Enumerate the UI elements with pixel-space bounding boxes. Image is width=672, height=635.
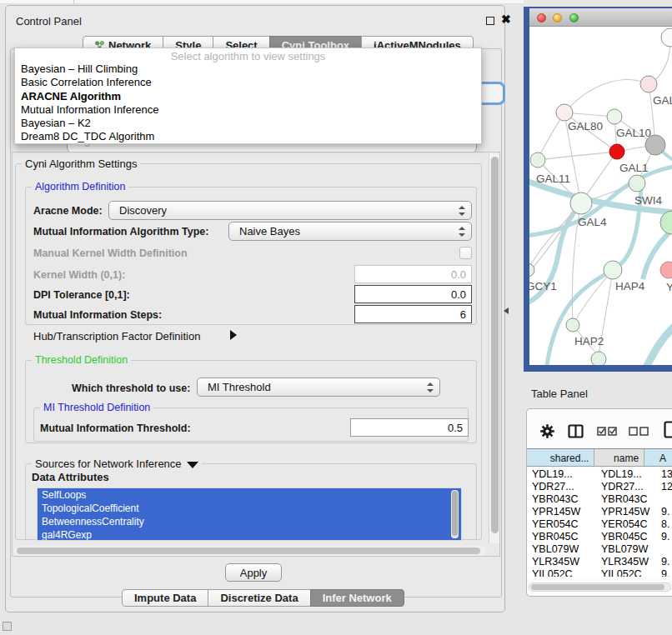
network-view-window[interactable]: GAL GAL80 GAL10 GAL1 GAL11 SWI4 GAL4 GCY… [524, 7, 672, 372]
table-cell: YBR043C [532, 493, 579, 505]
data-attribute-item[interactable]: SelfLoops [38, 488, 461, 502]
algorithm-option[interactable]: Bayesian – K2 [15, 117, 481, 130]
manual-kernel-width-checkbox[interactable] [459, 247, 472, 259]
algorithm-dropdown-list: Bayesian – Hill ClimbingBasic Correlatio… [15, 62, 481, 144]
cyni-algorithm-settings-label: Cyni Algorithm Settings [22, 158, 140, 170]
zoom-traffic-light-icon[interactable] [569, 13, 579, 22]
algorithm-option[interactable]: Dream8 DC_TDC Algorithm [15, 130, 481, 143]
node-label: GAL1 [619, 162, 649, 174]
node-gal4[interactable] [570, 192, 592, 214]
algorithm-option[interactable]: Mutual Information Inference [15, 103, 481, 117]
which-threshold-label: Which threshold to use: [72, 382, 190, 394]
node-label: GAL11 [536, 172, 570, 185]
algorithm-option[interactable]: ARACNE Algorithm [15, 90, 481, 103]
close-traffic-light-icon[interactable] [537, 13, 546, 22]
network-node-labels: GAL GAL80 GAL10 GAL1 GAL11 SWI4 GAL4 GCY… [529, 94, 672, 348]
algorithm-option[interactable]: Basic Correlation Inference [15, 76, 481, 89]
table-cell: 12 [661, 481, 672, 492]
table-row[interactable]: YIL052CYIL052C9. [527, 568, 672, 577]
table-row[interactable]: YLR345WYLR345W9. [527, 555, 672, 568]
table-row[interactable]: YBR045CYBR045C9. [527, 530, 672, 542]
manual-kernel-width-label: Manual Kernel Width Definition [33, 248, 188, 259]
tab-impute-data[interactable]: Impute Data [122, 589, 208, 607]
apply-button[interactable]: Apply [225, 563, 282, 582]
table-row[interactable]: YDR27...YDR27...12 [527, 480, 672, 492]
node-partial-bottom[interactable] [591, 352, 606, 367]
mi-steps-label: Mutual Information Steps: [33, 309, 162, 321]
table-cell: YLR345W [532, 556, 579, 568]
node-gal80[interactable] [556, 104, 573, 121]
data-attribute-item[interactable]: gal4RGexp [38, 528, 461, 541]
expand-right-icon[interactable] [230, 330, 237, 340]
node-gal11[interactable] [530, 152, 545, 168]
document-icon[interactable] [664, 421, 672, 438]
table-cell: YLR345W [601, 556, 649, 568]
stepper-arrows-icon [426, 382, 434, 393]
table-row[interactable]: YBL079WYBL079W [527, 542, 672, 555]
node-green-large[interactable] [660, 211, 672, 234]
settings-horizontal-scrollbar[interactable] [14, 546, 486, 556]
table-cell: YBR043C [601, 493, 648, 505]
column-header-shared-name[interactable]: shared... [527, 449, 594, 466]
which-threshold-combobox[interactable]: MI Threshold [197, 378, 440, 397]
data-attribute-item[interactable]: BetweennessCentrality [38, 515, 461, 528]
node-label: GCY1 [529, 280, 557, 292]
node-unlabeled[interactable] [661, 28, 672, 47]
algorithm-option[interactable]: Bayesian – Hill Climbing [15, 62, 481, 76]
mi-threshold-field[interactable]: 0.5 [350, 418, 469, 437]
node-label: HAP2 [574, 335, 604, 348]
table-cell: YIL052C [601, 568, 642, 577]
table-row[interactable]: YPR145WYPR145W9. [527, 505, 672, 518]
table-horizontal-scrollbar[interactable] [529, 582, 671, 592]
data-attribute-item[interactable]: TopologicalCoefficient [38, 502, 461, 515]
mi-steps-field[interactable]: 6 [354, 305, 472, 323]
collapse-down-icon[interactable] [187, 462, 198, 468]
node-hap2[interactable] [566, 318, 579, 332]
aracne-mode-value: Discovery [119, 204, 167, 217]
mi-algorithm-type-combobox[interactable]: Naive Bayes [228, 222, 472, 241]
node-salmon[interactable] [660, 262, 672, 278]
corner-grip-icon [3, 622, 12, 631]
data-attributes-list[interactable]: SelfLoopsTopologicalCoefficientBetweenne… [37, 488, 462, 541]
mi-algorithm-type-value: Naive Bayes [239, 225, 300, 238]
network-canvas[interactable]: GAL GAL80 GAL10 GAL1 GAL11 SWI4 GAL4 GCY… [529, 28, 672, 367]
gear-icon[interactable] [540, 424, 554, 438]
node-label: Y [666, 281, 672, 293]
checked-boxes-icon[interactable] [597, 427, 618, 436]
hub-definition-label: Hub/Transcription Factor Definition [33, 330, 200, 342]
column-header-partial[interactable]: A [644, 449, 672, 466]
node-gal1-red[interactable] [609, 144, 624, 159]
list-scrollbar[interactable] [451, 490, 459, 538]
tab-infer-network[interactable]: Infer Network [310, 589, 404, 607]
table-body: YDL19...YDL19...13YDR27...YDR27...12YBR0… [527, 468, 672, 577]
table-row[interactable]: YER054CYER054C8. [527, 518, 672, 530]
node-hap4[interactable] [604, 261, 622, 279]
close-window-icon[interactable]: ✖ [501, 12, 511, 26]
kernel-width-field[interactable]: 0.0 [354, 265, 472, 283]
node-gal[interactable] [640, 76, 657, 92]
unchecked-boxes-icon[interactable] [629, 427, 649, 436]
aracne-mode-combobox[interactable]: Discovery [108, 201, 472, 220]
columns-icon[interactable] [568, 424, 584, 438]
table-cell: YBR045C [601, 531, 648, 542]
node-gal10[interactable] [607, 109, 622, 124]
table-panel-title: Table Panel [531, 388, 588, 400]
node-swi4[interactable] [629, 175, 645, 192]
table-cell: 13 [661, 468, 672, 480]
dpi-tolerance-field[interactable]: 0.0 [354, 285, 472, 303]
float-window-icon[interactable] [486, 17, 494, 25]
table-cell: YER054C [601, 518, 648, 530]
table-cell: YDL19... [532, 468, 573, 480]
column-header-name[interactable]: name [594, 449, 644, 466]
minimize-traffic-light-icon[interactable] [553, 13, 562, 22]
desktop: Control Panel ✖ Network Style Select [0, 0, 672, 635]
settings-vertical-scrollbar[interactable] [489, 153, 499, 543]
table-row[interactable]: YDL19...YDL19...13 [527, 468, 672, 480]
table-toolbar [527, 409, 672, 448]
kernel-width-label: Kernel Width (0,1): [33, 269, 125, 281]
tab-discretize-data[interactable]: Discretize Data [208, 589, 310, 607]
panel-collapse-arrow-icon[interactable] [504, 308, 509, 314]
node-gcy1[interactable] [529, 263, 534, 277]
table-row[interactable]: YBR043CYBR043C [527, 492, 672, 505]
table-header-row: shared... name A [527, 448, 672, 467]
